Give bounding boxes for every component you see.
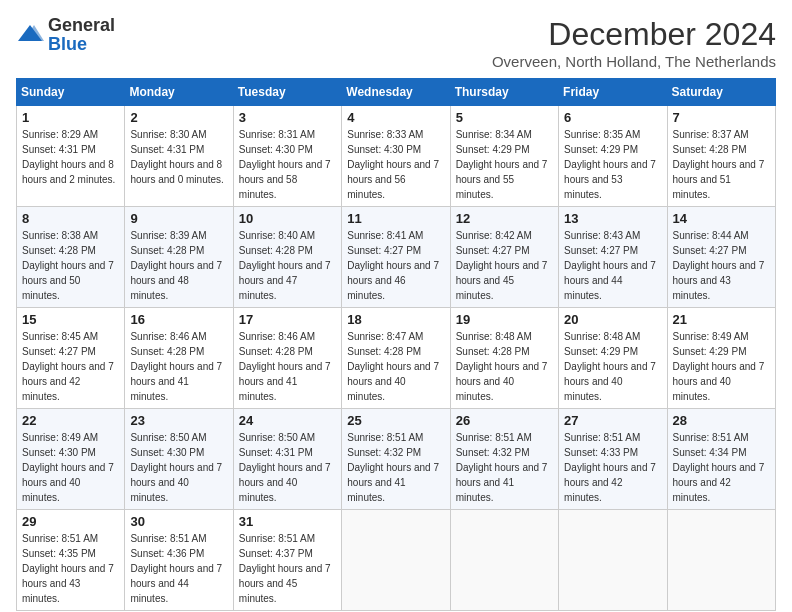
day-number: 19 [456,312,553,327]
col-header-wednesday: Wednesday [342,79,450,106]
calendar-cell [450,510,558,611]
calendar-cell: 29 Sunrise: 8:51 AMSunset: 4:35 PMDaylig… [17,510,125,611]
day-number: 17 [239,312,336,327]
calendar-cell: 31 Sunrise: 8:51 AMSunset: 4:37 PMDaylig… [233,510,341,611]
day-info: Sunrise: 8:51 AMSunset: 4:33 PMDaylight … [564,430,661,505]
day-number: 30 [130,514,227,529]
logo-blue: Blue [48,34,87,54]
calendar-cell [667,510,775,611]
calendar-cell: 11 Sunrise: 8:41 AMSunset: 4:27 PMDaylig… [342,207,450,308]
day-info: Sunrise: 8:40 AMSunset: 4:28 PMDaylight … [239,228,336,303]
col-header-tuesday: Tuesday [233,79,341,106]
title-block: December 2024 Overveen, North Holland, T… [492,16,776,70]
calendar-cell: 13 Sunrise: 8:43 AMSunset: 4:27 PMDaylig… [559,207,667,308]
logo-general: General [48,15,115,35]
calendar-cell: 20 Sunrise: 8:48 AMSunset: 4:29 PMDaylig… [559,308,667,409]
calendar-cell: 26 Sunrise: 8:51 AMSunset: 4:32 PMDaylig… [450,409,558,510]
day-number: 11 [347,211,444,226]
col-header-friday: Friday [559,79,667,106]
day-number: 9 [130,211,227,226]
day-number: 31 [239,514,336,529]
day-info: Sunrise: 8:38 AMSunset: 4:28 PMDaylight … [22,228,119,303]
calendar-table: SundayMondayTuesdayWednesdayThursdayFrid… [16,78,776,611]
day-number: 22 [22,413,119,428]
day-number: 27 [564,413,661,428]
day-number: 18 [347,312,444,327]
week-row-4: 22 Sunrise: 8:49 AMSunset: 4:30 PMDaylig… [17,409,776,510]
day-info: Sunrise: 8:39 AMSunset: 4:28 PMDaylight … [130,228,227,303]
day-number: 8 [22,211,119,226]
calendar-cell: 4 Sunrise: 8:33 AMSunset: 4:30 PMDayligh… [342,106,450,207]
day-info: Sunrise: 8:51 AMSunset: 4:36 PMDaylight … [130,531,227,606]
day-number: 29 [22,514,119,529]
col-header-thursday: Thursday [450,79,558,106]
day-number: 5 [456,110,553,125]
day-info: Sunrise: 8:46 AMSunset: 4:28 PMDaylight … [239,329,336,404]
day-info: Sunrise: 8:45 AMSunset: 4:27 PMDaylight … [22,329,119,404]
day-info: Sunrise: 8:46 AMSunset: 4:28 PMDaylight … [130,329,227,404]
calendar-cell: 24 Sunrise: 8:50 AMSunset: 4:31 PMDaylig… [233,409,341,510]
day-number: 16 [130,312,227,327]
calendar-cell: 3 Sunrise: 8:31 AMSunset: 4:30 PMDayligh… [233,106,341,207]
day-number: 1 [22,110,119,125]
day-number: 2 [130,110,227,125]
calendar-cell: 6 Sunrise: 8:35 AMSunset: 4:29 PMDayligh… [559,106,667,207]
calendar-cell: 25 Sunrise: 8:51 AMSunset: 4:32 PMDaylig… [342,409,450,510]
calendar-cell: 16 Sunrise: 8:46 AMSunset: 4:28 PMDaylig… [125,308,233,409]
day-info: Sunrise: 8:31 AMSunset: 4:30 PMDaylight … [239,127,336,202]
calendar-cell: 23 Sunrise: 8:50 AMSunset: 4:30 PMDaylig… [125,409,233,510]
calendar-cell: 18 Sunrise: 8:47 AMSunset: 4:28 PMDaylig… [342,308,450,409]
day-info: Sunrise: 8:43 AMSunset: 4:27 PMDaylight … [564,228,661,303]
calendar-cell: 14 Sunrise: 8:44 AMSunset: 4:27 PMDaylig… [667,207,775,308]
calendar-cell: 17 Sunrise: 8:46 AMSunset: 4:28 PMDaylig… [233,308,341,409]
col-header-monday: Monday [125,79,233,106]
calendar-cell: 9 Sunrise: 8:39 AMSunset: 4:28 PMDayligh… [125,207,233,308]
day-number: 13 [564,211,661,226]
day-number: 26 [456,413,553,428]
calendar-cell: 5 Sunrise: 8:34 AMSunset: 4:29 PMDayligh… [450,106,558,207]
day-info: Sunrise: 8:42 AMSunset: 4:27 PMDaylight … [456,228,553,303]
calendar-cell [342,510,450,611]
day-number: 23 [130,413,227,428]
day-info: Sunrise: 8:51 AMSunset: 4:32 PMDaylight … [347,430,444,505]
week-row-5: 29 Sunrise: 8:51 AMSunset: 4:35 PMDaylig… [17,510,776,611]
day-number: 3 [239,110,336,125]
day-number: 6 [564,110,661,125]
day-number: 20 [564,312,661,327]
day-number: 28 [673,413,770,428]
day-info: Sunrise: 8:33 AMSunset: 4:30 PMDaylight … [347,127,444,202]
day-info: Sunrise: 8:51 AMSunset: 4:32 PMDaylight … [456,430,553,505]
day-number: 7 [673,110,770,125]
day-number: 12 [456,211,553,226]
day-info: Sunrise: 8:48 AMSunset: 4:28 PMDaylight … [456,329,553,404]
location: Overveen, North Holland, The Netherlands [492,53,776,70]
day-info: Sunrise: 8:47 AMSunset: 4:28 PMDaylight … [347,329,444,404]
calendar-cell: 1 Sunrise: 8:29 AMSunset: 4:31 PMDayligh… [17,106,125,207]
day-number: 14 [673,211,770,226]
calendar-cell: 15 Sunrise: 8:45 AMSunset: 4:27 PMDaylig… [17,308,125,409]
day-info: Sunrise: 8:41 AMSunset: 4:27 PMDaylight … [347,228,444,303]
day-info: Sunrise: 8:29 AMSunset: 4:31 PMDaylight … [22,127,119,187]
calendar-cell: 12 Sunrise: 8:42 AMSunset: 4:27 PMDaylig… [450,207,558,308]
month-title: December 2024 [492,16,776,53]
week-row-1: 1 Sunrise: 8:29 AMSunset: 4:31 PMDayligh… [17,106,776,207]
calendar-cell [559,510,667,611]
day-number: 21 [673,312,770,327]
day-info: Sunrise: 8:51 AMSunset: 4:35 PMDaylight … [22,531,119,606]
calendar-cell: 22 Sunrise: 8:49 AMSunset: 4:30 PMDaylig… [17,409,125,510]
day-number: 25 [347,413,444,428]
calendar-cell: 27 Sunrise: 8:51 AMSunset: 4:33 PMDaylig… [559,409,667,510]
logo: General Blue [16,16,115,54]
day-info: Sunrise: 8:34 AMSunset: 4:29 PMDaylight … [456,127,553,202]
day-info: Sunrise: 8:44 AMSunset: 4:27 PMDaylight … [673,228,770,303]
week-row-2: 8 Sunrise: 8:38 AMSunset: 4:28 PMDayligh… [17,207,776,308]
day-number: 15 [22,312,119,327]
calendar-cell: 10 Sunrise: 8:40 AMSunset: 4:28 PMDaylig… [233,207,341,308]
day-info: Sunrise: 8:51 AMSunset: 4:37 PMDaylight … [239,531,336,606]
col-header-saturday: Saturday [667,79,775,106]
col-header-sunday: Sunday [17,79,125,106]
day-info: Sunrise: 8:51 AMSunset: 4:34 PMDaylight … [673,430,770,505]
day-info: Sunrise: 8:48 AMSunset: 4:29 PMDaylight … [564,329,661,404]
week-row-3: 15 Sunrise: 8:45 AMSunset: 4:27 PMDaylig… [17,308,776,409]
day-number: 24 [239,413,336,428]
